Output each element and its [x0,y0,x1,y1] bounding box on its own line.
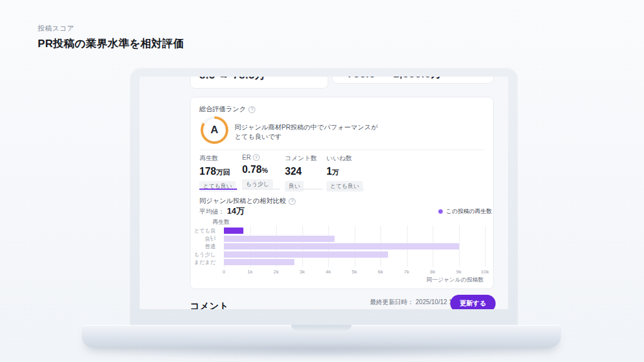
gridline [485,226,486,267]
rank-description: 同ジャンル商材PR投稿の中でパフォーマンスが とても良いです [235,123,378,141]
metric-tab-comments[interactable]: コメント数 324 良い [285,154,323,192]
bar-row [224,236,485,242]
help-icon[interactable]: ? [248,106,255,113]
metric-label: ER? [242,154,280,161]
category-label: とても良い [191,228,219,234]
update-button[interactable]: 更新する [450,295,496,309]
metric-label: 再生数 [199,154,237,163]
rank-letter: A [201,116,228,144]
page-label: 投稿スコア [38,24,184,33]
x-tick-label: 5k [352,269,357,275]
chart-category-labels: とても良い良い普通もう少しまだまだ [191,226,219,267]
rank-description-line2: とても良いです [235,132,378,141]
metric-value: 1万 [326,166,364,177]
metric-value: 324 [285,166,323,177]
bar-plot [224,226,485,267]
top-metric-value-right: 788.5 → 1,588.5万 [347,77,442,81]
laptop-shadow [94,344,550,358]
metric-tab-likes[interactable]: いいね数 1万 とても良い [326,154,364,192]
comparison-title: 同ジャンル投稿との相対比較 [199,197,286,206]
top-metric-value-left: 8.5 → 78.5万 [199,77,266,82]
x-tick-label: 6k [378,269,383,275]
page-background: 投稿スコア PR投稿の業界水準を相対評価 8.5 → 78.5万 788.5 →… [0,0,644,362]
page-title: PR投稿の業界水準を相対評価 [38,36,184,51]
metric-underline [242,189,280,190]
metric-tab-er[interactable]: ER? 0.78% もう少し [242,154,280,190]
chart-x-axis-label: 同一ジャンルの投稿数 [426,276,484,284]
comment-section-heading: コメント [190,300,228,309]
rank-ring: A [201,116,228,144]
rank-card-title-row: 総合評価ランク ? [199,105,255,114]
metric-badge: とても良い [199,181,236,192]
metric-badge: とても良い [326,181,363,192]
metric-tab-plays[interactable]: 再生数 178万回 とても良い [199,154,237,192]
metric-value: 0.78% [242,164,280,175]
bar-row [224,259,485,265]
bar-1 [224,236,335,242]
bar-3 [224,251,388,258]
x-tick-label: 0 [223,269,225,275]
laptop-trackpad-notch [291,325,352,331]
rank-description-line1: 同ジャンル商材PR投稿の中でパフォーマンスが [235,123,378,132]
bar-row [224,251,485,258]
x-tick-label: 10k [481,269,489,275]
chart-ticks: 01k2k3k4k5k6k7k8k9k10k [224,269,485,275]
bar-4 [224,259,294,265]
x-tick-label: 7k [404,269,409,275]
category-label: もう少し [191,251,219,258]
top-metric-card-right: 788.5 → 1,588.5万 [332,77,494,84]
x-tick-label: 4k [326,269,331,275]
metric-underline [326,189,364,190]
overall-rank-card: 総合評価ランク ? A 同ジャンル商材PR投稿の中でパフォーマンスが とても良い… [190,97,494,289]
legend-dot-icon [438,209,443,214]
page-header: 投稿スコア PR投稿の業界水準を相対評価 [38,24,184,51]
legend-label: この投稿の再生数 [446,207,492,216]
laptop-screen: 8.5 → 78.5万 788.5 → 1,588.5万 総合評価ランク ? A… [140,77,508,309]
x-tick-label: 9k [456,269,461,275]
average-label: 平均値： [199,207,225,216]
average-value: 14万 [227,206,244,217]
x-tick-label: 2k [274,269,279,275]
metric-badge: 良い [285,181,304,192]
help-icon[interactable]: ? [253,154,260,161]
divider [199,150,484,150]
bar-0 [224,228,243,234]
category-label: まだまだ [191,259,219,265]
laptop-screen-bezel: 8.5 → 78.5万 788.5 → 1,588.5万 総合評価ランク ? A… [130,67,518,325]
x-tick-label: 1k [247,269,252,275]
rank-card-title: 総合評価ランク [199,105,246,114]
bar-2 [224,243,459,250]
bar-row [224,228,485,234]
top-metric-card-left: 8.5 → 78.5万 [190,77,328,89]
metric-active-underline [199,189,237,190]
comparison-title-row: 同ジャンル投稿との相対比較 ? [199,197,296,206]
metric-label: いいね数 [326,154,364,163]
category-label: 良い [191,236,219,242]
category-label: 普通 [191,243,219,250]
x-tick-label: 8k [430,269,435,275]
average-row: 平均値： 14万 [199,206,244,217]
x-tick-label: 3k [299,269,304,275]
metric-label: コメント数 [285,154,323,163]
bar-row [224,243,485,250]
help-icon[interactable]: ? [289,198,296,205]
metric-underline [285,189,323,190]
chart-legend: この投稿の再生数 [438,207,492,216]
metric-value: 178万回 [199,166,237,177]
